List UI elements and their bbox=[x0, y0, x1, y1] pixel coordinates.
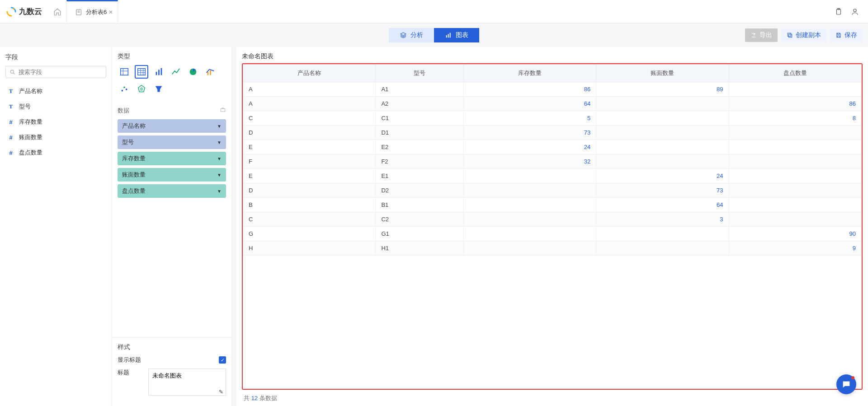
chat-fab[interactable] bbox=[836, 374, 856, 394]
chart-type-group-table[interactable] bbox=[118, 65, 131, 79]
chart-type-table[interactable] bbox=[135, 65, 148, 79]
column-header[interactable]: 库存数量 bbox=[463, 65, 596, 82]
table-row[interactable]: CC158 bbox=[243, 111, 862, 126]
table-cell: C1 bbox=[376, 111, 463, 126]
column-header[interactable]: 产品名称 bbox=[243, 65, 376, 82]
table-cell: A1 bbox=[376, 82, 463, 97]
svg-rect-14 bbox=[121, 69, 128, 75]
measure-pill[interactable]: 库存数量▼ bbox=[118, 152, 226, 165]
table-cell bbox=[596, 97, 729, 111]
table-row[interactable]: EE124 bbox=[243, 169, 862, 183]
dimension-pill[interactable]: 产品名称▼ bbox=[118, 119, 226, 133]
table-cell bbox=[463, 241, 596, 256]
table-cell bbox=[729, 212, 861, 227]
chart-title-input[interactable] bbox=[148, 369, 226, 396]
briefcase-icon[interactable] bbox=[220, 107, 226, 113]
field-item[interactable]: #盘点数量 bbox=[5, 145, 106, 160]
svg-point-30 bbox=[126, 89, 127, 90]
field-item[interactable]: T型号 bbox=[5, 99, 106, 114]
field-item[interactable]: #账面数量 bbox=[5, 130, 106, 145]
table-row[interactable]: AA18689 bbox=[243, 82, 862, 97]
table-cell: 86 bbox=[729, 97, 861, 111]
measure-pill[interactable]: 盘点数量▼ bbox=[118, 184, 226, 198]
table-cell: 64 bbox=[596, 198, 729, 212]
column-header[interactable]: 型号 bbox=[376, 65, 463, 82]
chart-type-radar[interactable] bbox=[135, 82, 148, 96]
text-type-icon: T bbox=[7, 103, 14, 110]
table-cell bbox=[463, 227, 596, 241]
save-button[interactable]: 保存 bbox=[830, 28, 863, 42]
table-cell bbox=[729, 82, 861, 97]
table-cell bbox=[463, 183, 596, 198]
table-row[interactable]: HH19 bbox=[243, 241, 862, 256]
show-title-checkbox[interactable]: ✓ bbox=[219, 356, 226, 364]
column-header[interactable]: 账面数量 bbox=[596, 65, 729, 82]
field-item[interactable]: T产品名称 bbox=[5, 84, 106, 99]
svg-rect-17 bbox=[138, 69, 146, 75]
export-icon bbox=[750, 32, 757, 38]
table-row[interactable]: FF232 bbox=[243, 154, 862, 169]
svg-point-28 bbox=[122, 90, 123, 92]
chevron-down-icon: ▼ bbox=[217, 140, 222, 145]
table-row[interactable]: AA26486 bbox=[243, 97, 862, 111]
table-cell: H bbox=[243, 241, 376, 256]
export-button[interactable]: 导出 bbox=[745, 28, 778, 42]
table-cell bbox=[463, 169, 596, 183]
dimension-pill[interactable]: 型号▼ bbox=[118, 135, 226, 149]
svg-rect-26 bbox=[208, 72, 209, 75]
table-cell: 64 bbox=[463, 97, 596, 111]
user-icon[interactable] bbox=[851, 8, 859, 16]
data-title: 数据 bbox=[118, 107, 129, 115]
field-search[interactable] bbox=[5, 66, 106, 78]
logo-icon bbox=[6, 7, 16, 17]
table-row[interactable]: DD173 bbox=[243, 126, 862, 140]
mode-analysis[interactable]: 分析 bbox=[389, 28, 434, 42]
table-cell: 73 bbox=[463, 126, 596, 140]
table-cell: 90 bbox=[729, 227, 861, 241]
table-cell: F bbox=[243, 154, 376, 169]
table-cell bbox=[596, 140, 729, 154]
field-item[interactable]: #库存数量 bbox=[5, 114, 106, 130]
chevron-down-icon: ▼ bbox=[217, 156, 222, 161]
mode-chart[interactable]: 图表 bbox=[434, 28, 479, 42]
edit-icon[interactable]: ✎ bbox=[219, 389, 223, 395]
chart-type-scatter[interactable] bbox=[118, 82, 131, 96]
chart-type-combo[interactable] bbox=[203, 65, 217, 79]
table-row[interactable]: BB164 bbox=[243, 198, 862, 212]
svg-point-12 bbox=[10, 70, 14, 73]
chart-type-line[interactable] bbox=[169, 65, 183, 79]
table-cell: A bbox=[243, 97, 376, 111]
table-cell: D bbox=[243, 183, 376, 198]
table-row[interactable]: CC23 bbox=[243, 212, 862, 227]
column-header[interactable]: 盘点数量 bbox=[729, 65, 861, 82]
table-row[interactable]: EE224 bbox=[243, 140, 862, 154]
table-cell: 24 bbox=[463, 140, 596, 154]
workspace-tab[interactable]: 分析表6 ✕ bbox=[66, 0, 118, 23]
table-row[interactable]: DD273 bbox=[243, 183, 862, 198]
field-label: 盘点数量 bbox=[19, 149, 42, 157]
tab-close-icon[interactable]: ✕ bbox=[108, 9, 113, 15]
field-search-input[interactable] bbox=[19, 69, 102, 75]
search-icon bbox=[9, 69, 16, 75]
chart-type-pie[interactable] bbox=[186, 65, 200, 79]
table-cell: 73 bbox=[596, 183, 729, 198]
table-cell: A2 bbox=[376, 97, 463, 111]
chart-type-funnel[interactable] bbox=[152, 82, 165, 96]
duplicate-button[interactable]: 创建副本 bbox=[781, 28, 826, 42]
table-cell: 8 bbox=[729, 111, 861, 126]
svg-rect-33 bbox=[221, 109, 225, 112]
layers-icon bbox=[400, 32, 407, 39]
table-row[interactable]: GG190 bbox=[243, 227, 862, 241]
table-cell bbox=[729, 126, 861, 140]
table-cell: E bbox=[243, 169, 376, 183]
home-button[interactable] bbox=[48, 8, 66, 16]
table-cell: G bbox=[243, 227, 376, 241]
measure-pill[interactable]: 账面数量▼ bbox=[118, 168, 226, 182]
type-title: 类型 bbox=[118, 52, 226, 61]
table-cell bbox=[596, 154, 729, 169]
clipboard-icon[interactable] bbox=[835, 8, 843, 16]
show-title-label: 显示标题 bbox=[118, 356, 141, 364]
table-cell bbox=[729, 198, 861, 212]
chart-type-bar[interactable] bbox=[152, 65, 165, 79]
number-type-icon: # bbox=[7, 134, 14, 141]
